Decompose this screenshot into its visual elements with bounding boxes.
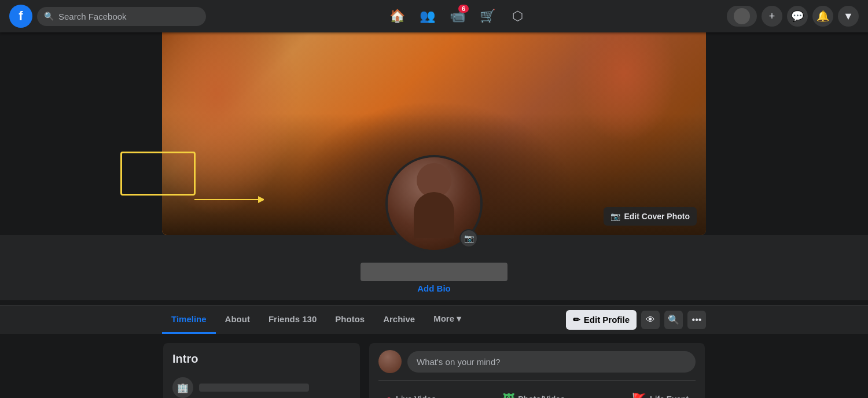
friends-count: 130 xyxy=(302,314,317,324)
profile-body: Intro 🏢 🏢 🏢 Edit Details xyxy=(0,334,868,398)
top-navigation: f 🔍 🏠 👥 📹 6 🛒 ⬡ + 💬 🔔 ▼ xyxy=(0,0,868,32)
profile-camera-badge[interactable]: 📷 xyxy=(459,229,478,248)
view-as-button[interactable]: 👁 xyxy=(641,311,660,329)
tab-more[interactable]: More ▾ xyxy=(424,305,470,334)
tab-timeline[interactable]: Timeline xyxy=(162,306,216,334)
photo-video-icon: 🖼 xyxy=(503,393,514,399)
nav-left: f 🔍 xyxy=(9,5,206,28)
groups-nav-button[interactable]: ⬡ xyxy=(503,2,531,30)
notifications-button[interactable]: 🔔 xyxy=(812,6,833,27)
edit-profile-button[interactable]: ✏ Edit Profile xyxy=(566,310,637,330)
intro-icon-1: 🏢 xyxy=(172,377,193,398)
home-nav-button[interactable]: 🏠 xyxy=(383,2,411,30)
profile-name: ██████ ██████ xyxy=(361,263,507,281)
profile-info-center: ██████ ██████ Add Bio xyxy=(162,263,706,300)
profile-picture-container: 📷 xyxy=(385,155,483,252)
photo-video-action[interactable]: 🖼 Photo/Video xyxy=(496,388,572,398)
composer-avatar-inner xyxy=(378,350,402,373)
life-event-label: Life Event xyxy=(650,395,689,398)
composer-input[interactable]: What's on your mind? xyxy=(407,351,696,373)
friends-nav-button[interactable]: 👥 xyxy=(413,2,441,30)
photo-video-label: Photo/Video xyxy=(518,395,565,398)
composer-divider xyxy=(378,380,696,381)
profile-tabs: Timeline About Friends 130 Photos Archiv… xyxy=(0,305,868,334)
profile-more-button[interactable]: ••• xyxy=(687,311,706,329)
messenger-button[interactable]: 💬 xyxy=(787,6,808,27)
tab-archive[interactable]: Archive xyxy=(374,306,424,334)
tab-actions: ✏ Edit Profile 👁 🔍 ••• xyxy=(566,310,706,330)
video-badge: 6 xyxy=(458,5,469,13)
tab-about[interactable]: About xyxy=(216,306,259,334)
life-event-icon: 🚩 xyxy=(632,392,646,398)
search-bar-container[interactable]: 🔍 xyxy=(37,7,206,26)
composer-actions: ● Live Video 🖼 Photo/Video 🚩 Life Event xyxy=(378,388,696,398)
search-icon: 🔍 xyxy=(44,12,54,21)
camera-icon: 📷 xyxy=(610,212,620,221)
intro-card: Intro 🏢 🏢 🏢 Edit Details xyxy=(163,343,360,398)
tab-friends[interactable]: Friends 130 xyxy=(259,306,326,334)
create-button[interactable]: + xyxy=(762,6,782,27)
intro-title: Intro xyxy=(172,352,351,366)
profile-silhouette xyxy=(408,163,460,244)
nav-center-icons: 🏠 👥 📹 6 🛒 ⬡ xyxy=(206,2,708,30)
intro-item-1: 🏢 xyxy=(172,373,351,398)
menu-button[interactable]: ▼ xyxy=(838,6,859,27)
edit-cover-button[interactable]: 📷 Edit Cover Photo xyxy=(604,207,697,226)
live-video-icon: ● xyxy=(385,393,392,399)
nav-right: + 💬 🔔 ▼ xyxy=(708,6,859,27)
intro-text-1 xyxy=(199,384,309,392)
main-content: 📷 Edit Cover Photo 📷 ██████ ██████ Add B… xyxy=(0,32,868,398)
edit-cover-label: Edit Cover Photo xyxy=(624,212,690,221)
live-video-label: Live Video xyxy=(396,395,436,398)
profile-right-column: What's on your mind? ● Live Video 🖼 Phot… xyxy=(369,343,705,398)
profile-name-text: ██████ ██████ xyxy=(361,263,507,281)
search-input[interactable] xyxy=(58,12,174,21)
add-bio-button[interactable]: Add Bio xyxy=(417,283,451,293)
composer-avatar xyxy=(378,350,402,373)
cover-container: 📷 Edit Cover Photo 📷 xyxy=(0,32,868,235)
marketplace-nav-button[interactable]: 🛒 xyxy=(473,2,501,30)
profile-tabs-inner: Timeline About Friends 130 Photos Archiv… xyxy=(162,305,706,334)
edit-icon: ✏ xyxy=(573,315,580,325)
life-event-action[interactable]: 🚩 Life Event xyxy=(625,388,696,398)
tab-photos[interactable]: Photos xyxy=(326,306,374,334)
profile-search-button[interactable]: 🔍 xyxy=(664,311,683,329)
nav-avatar xyxy=(734,8,750,24)
edit-profile-label: Edit Profile xyxy=(584,315,630,325)
post-composer: What's on your mind? ● Live Video 🖼 Phot… xyxy=(369,343,705,398)
composer-top: What's on your mind? xyxy=(378,350,696,373)
profile-left-column: Intro 🏢 🏢 🏢 Edit Details xyxy=(163,343,360,398)
facebook-logo[interactable]: f xyxy=(9,5,32,28)
video-nav-button[interactable]: 📹 6 xyxy=(443,2,471,30)
live-video-action[interactable]: ● Live Video xyxy=(378,388,443,398)
profile-chip[interactable] xyxy=(727,6,757,27)
